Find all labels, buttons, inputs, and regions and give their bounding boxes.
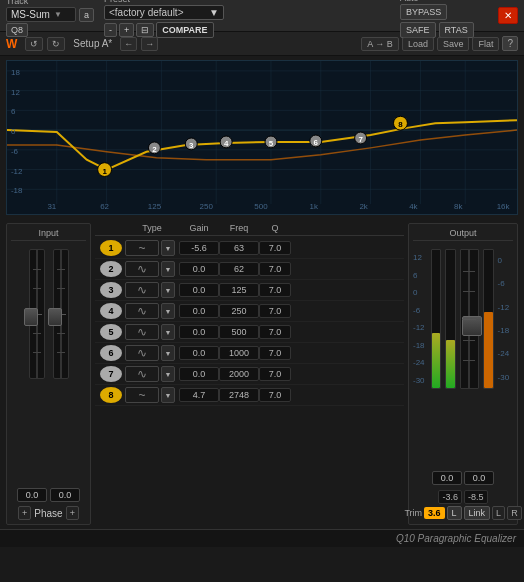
track-a-button[interactable]: a bbox=[79, 8, 94, 22]
band-type-display-1[interactable]: ~ bbox=[125, 240, 159, 256]
band-type-arrow-3[interactable]: ▼ bbox=[161, 282, 175, 298]
band-gain-2[interactable]: 0.0 bbox=[179, 262, 219, 276]
track-dropdown[interactable]: MS-Sum ▼ bbox=[6, 7, 76, 22]
bypass-button[interactable]: BYPASS bbox=[400, 4, 447, 20]
r-button[interactable]: R bbox=[507, 506, 522, 520]
band-q-1[interactable]: 7.0 bbox=[259, 241, 291, 255]
band-freq-5[interactable]: 500 bbox=[219, 325, 259, 339]
band-num-6[interactable]: 6 bbox=[100, 345, 122, 361]
band-type-display-3[interactable]: ∿ bbox=[125, 282, 159, 298]
band-freq-7[interactable]: 2000 bbox=[219, 367, 259, 381]
band-num-7[interactable]: 7 bbox=[100, 366, 122, 382]
band-num-8[interactable]: 8 bbox=[100, 387, 122, 403]
close-button[interactable]: ✕ bbox=[498, 7, 518, 24]
band-gain-8[interactable]: 4.7 bbox=[179, 388, 219, 402]
band-freq-8[interactable]: 2748 bbox=[219, 388, 259, 402]
window-icon-button[interactable]: ⊟ bbox=[136, 23, 154, 37]
band-freq-1[interactable]: 63 bbox=[219, 241, 259, 255]
save-button[interactable]: Save bbox=[437, 37, 470, 51]
minus-button[interactable]: - bbox=[104, 23, 117, 37]
band-type-display-5[interactable]: ∿ bbox=[125, 324, 159, 340]
band-gain-6[interactable]: 0.0 bbox=[179, 346, 219, 360]
output-db-1[interactable]: -3.6 bbox=[438, 490, 462, 504]
l-button[interactable]: L bbox=[492, 506, 505, 520]
flat-button[interactable]: Flat bbox=[472, 37, 499, 51]
band-q-2[interactable]: 7.0 bbox=[259, 262, 291, 276]
input-value-1[interactable]: 0.0 bbox=[17, 488, 47, 502]
band-q-6[interactable]: 7.0 bbox=[259, 346, 291, 360]
track-arrow-icon: ▼ bbox=[54, 10, 62, 19]
band-num-3[interactable]: 3 bbox=[100, 282, 122, 298]
band-gain-4[interactable]: 0.0 bbox=[179, 304, 219, 318]
eq-graph[interactable]: 1 2 3 4 5 6 7 8 18 12 6 0 -6 -12 -18 31 … bbox=[7, 61, 517, 214]
band-num-5[interactable]: 5 bbox=[100, 324, 122, 340]
band-freq-6[interactable]: 1000 bbox=[219, 346, 259, 360]
band-num-1[interactable]: 1 bbox=[100, 240, 122, 256]
phase-plus-button[interactable]: + bbox=[66, 506, 79, 520]
output-fader[interactable] bbox=[460, 249, 479, 389]
compare-button[interactable]: COMPARE bbox=[156, 22, 213, 38]
phase-minus-button[interactable]: + bbox=[18, 506, 31, 520]
band-type-display-7[interactable]: ∿ bbox=[125, 366, 159, 382]
band-num-4[interactable]: 4 bbox=[100, 303, 122, 319]
band-type-arrow-8[interactable]: ▼ bbox=[161, 387, 175, 403]
left-arrow-button[interactable]: ← bbox=[120, 37, 137, 51]
band-type-arrow-6[interactable]: ▼ bbox=[161, 345, 175, 361]
link-label[interactable]: Link bbox=[464, 506, 491, 520]
band-type-ctrl-1: ~ ▼ bbox=[125, 240, 179, 256]
undo-button[interactable]: ↺ bbox=[25, 37, 43, 51]
output-meter-orange bbox=[483, 249, 494, 389]
track-q-display: Q8 bbox=[6, 23, 28, 37]
plus-button[interactable]: + bbox=[119, 23, 134, 37]
band-freq-4[interactable]: 250 bbox=[219, 304, 259, 318]
band-freq-2[interactable]: 62 bbox=[219, 262, 259, 276]
band-q-5[interactable]: 7.0 bbox=[259, 325, 291, 339]
input-fader-1[interactable] bbox=[24, 308, 38, 326]
band-q-4[interactable]: 7.0 bbox=[259, 304, 291, 318]
track-label: Track bbox=[6, 0, 28, 6]
band-type-display-4[interactable]: ∿ bbox=[125, 303, 159, 319]
band-row-1: 1 ~ ▼ -5.6 63 7.0 bbox=[95, 238, 404, 259]
output-value-1[interactable]: 0.0 bbox=[432, 471, 462, 485]
band-type-arrow-7[interactable]: ▼ bbox=[161, 366, 175, 382]
output-db-boxes: -3.6 -8.5 bbox=[413, 490, 513, 504]
svg-text:12: 12 bbox=[11, 88, 20, 97]
right-arrow-button[interactable]: → bbox=[141, 37, 158, 51]
help-button[interactable]: ? bbox=[502, 36, 518, 51]
band-gain-3[interactable]: 0.0 bbox=[179, 283, 219, 297]
band-gain-5[interactable]: 0.0 bbox=[179, 325, 219, 339]
band-q-7[interactable]: 7.0 bbox=[259, 367, 291, 381]
band-q-3[interactable]: 7.0 bbox=[259, 283, 291, 297]
svg-text:16k: 16k bbox=[497, 202, 510, 211]
svg-text:-6: -6 bbox=[11, 147, 19, 156]
svg-text:8: 8 bbox=[398, 120, 403, 129]
band-type-arrow-5[interactable]: ▼ bbox=[161, 324, 175, 340]
ab-button[interactable]: A → B bbox=[361, 37, 399, 51]
band-type-arrow-2[interactable]: ▼ bbox=[161, 261, 175, 277]
input-fader-2[interactable] bbox=[48, 308, 62, 326]
band-type-display-6[interactable]: ∿ bbox=[125, 345, 159, 361]
eq-display[interactable]: 1 2 3 4 5 6 7 8 18 12 6 0 -6 -12 -18 31 … bbox=[6, 60, 518, 215]
output-label: Output bbox=[413, 228, 513, 241]
band-type-arrow-4[interactable]: ▼ bbox=[161, 303, 175, 319]
load-button[interactable]: Load bbox=[402, 37, 434, 51]
input-value-2[interactable]: 0.0 bbox=[50, 488, 80, 502]
band-type-display-8[interactable]: ~ bbox=[125, 387, 159, 403]
band-q-8[interactable]: 7.0 bbox=[259, 388, 291, 402]
band-freq-3[interactable]: 125 bbox=[219, 283, 259, 297]
band-gain-1[interactable]: -5.6 bbox=[179, 241, 219, 255]
band-type-ctrl-4: ∿ ▼ bbox=[125, 303, 179, 319]
svg-text:125: 125 bbox=[148, 202, 162, 211]
link-button[interactable]: L bbox=[447, 506, 462, 520]
trim-value[interactable]: 3.6 bbox=[424, 507, 445, 519]
output-value-2[interactable]: 0.0 bbox=[464, 471, 494, 485]
svg-text:5: 5 bbox=[269, 139, 274, 148]
band-type-arrow-1[interactable]: ▼ bbox=[161, 240, 175, 256]
band-num-2[interactable]: 2 bbox=[100, 261, 122, 277]
band-gain-7[interactable]: 0.0 bbox=[179, 367, 219, 381]
band-type-display-2[interactable]: ∿ bbox=[125, 261, 159, 277]
svg-text:8k: 8k bbox=[454, 202, 462, 211]
output-db-2[interactable]: -8.5 bbox=[464, 490, 488, 504]
preset-dropdown[interactable]: <factory default> ▼ bbox=[104, 5, 224, 20]
redo-button[interactable]: ↻ bbox=[47, 37, 65, 51]
